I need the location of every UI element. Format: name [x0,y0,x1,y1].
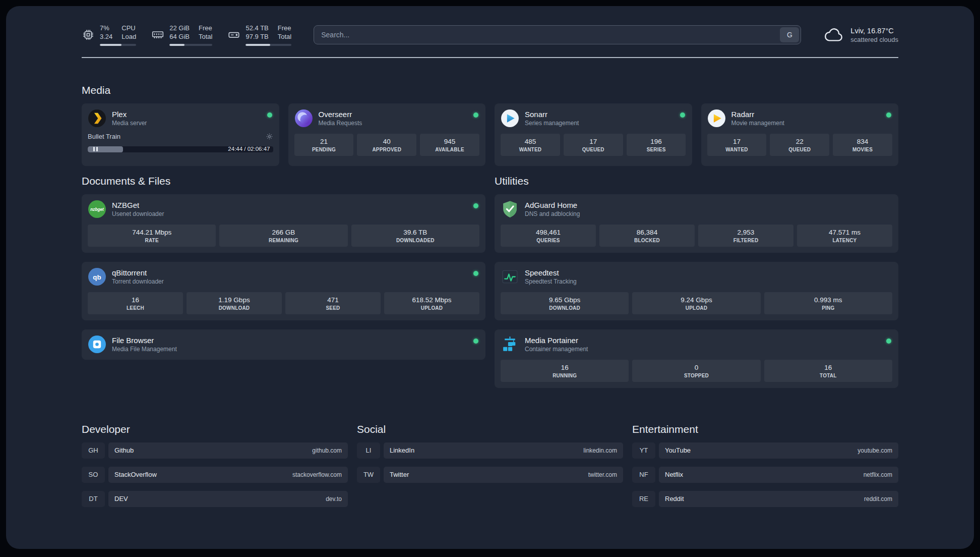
disk-icon [227,28,240,41]
service-name: File Browser [112,336,177,345]
stat-block-download: 9.65 GbpsDOWNLOAD [501,292,629,314]
bookmark-group-title: Developer [82,423,348,435]
resource-value: 64 GiB [169,33,190,41]
bookmark-name: Twitter [390,471,409,478]
service-card-adguard-home[interactable]: AdGuard HomeDNS and adblocking498,461QUE… [495,194,898,253]
stat-block-upload: 618.52 MbpsUPLOAD [384,292,479,314]
stat-label: UPLOAD [386,305,477,311]
stat-block-queries: 498,461QUERIES [501,225,596,247]
stat-value: 16 [90,296,181,304]
service-card-file-browser[interactable]: File BrowserMedia File Management [82,329,485,360]
adguard-icon [501,200,519,218]
status-dot [886,113,891,118]
service-card-overseerr[interactable]: OverseerrMedia Requests21PENDING40APPROV… [288,103,486,166]
search-bar: G [314,25,801,44]
stat-label: BLOCKED [601,238,693,243]
bookmark-stackoverflow[interactable]: SOStackOverflowstackoverflow.com [82,467,348,483]
weather-widget: Lviv, 16.87°C scattered clouds [823,24,898,45]
stat-label: RUNNING [503,373,627,378]
bookmark-name: YouTube [665,447,691,454]
search-input[interactable] [314,25,801,44]
bookmark-abbr: YT [632,442,655,459]
stat-label: MOVIES [835,147,890,152]
bookmark-abbr: LI [357,442,380,459]
documents-stack: nzbgetNZBGetUsenet downloader744.21 Mbps… [82,194,485,360]
bookmark-rows: LILinkedInlinkedin.comTWTwittertwitter.c… [357,442,623,483]
stat-block-queued: 17QUEUED [564,134,623,156]
service-card-radarr[interactable]: RadarrMovie management17WANTED22QUEUED83… [701,103,899,166]
stat-value: 618.52 Mbps [386,296,477,304]
bookmark-abbr: SO [82,467,105,483]
search-provider-button[interactable]: G [780,27,799,42]
stat-label: LATENCY [799,238,890,243]
stat-label: QUEUED [566,147,621,152]
bookmark-abbr: NF [632,467,655,483]
service-card-speedtest[interactable]: SpeedtestSpeedtest Tracking9.65 GbpsDOWN… [495,262,898,320]
stat-block-ping: 0.993 msPING [764,292,892,314]
stat-block-leech: 16LEECH [88,292,183,314]
now-playing-title: Bullet Train [88,133,120,140]
bookmark-twitter[interactable]: TWTwittertwitter.com [357,467,623,483]
service-card-nzbget[interactable]: nzbgetNZBGetUsenet downloader744.21 Mbps… [82,194,485,253]
stat-value: 945 [422,138,477,145]
stat-label: SERIES [629,147,684,152]
stat-label: PING [766,305,890,311]
bookmark-name: LinkedIn [390,447,414,454]
bookmark-url: reddit.com [864,495,892,503]
service-name: AdGuard Home [525,201,580,209]
stat-label: RATE [90,238,214,243]
resource-label: Free [278,24,291,33]
resource-value: 7% [100,24,112,33]
topbar-divider [82,57,898,58]
bookmark-netflix[interactable]: NFNetflixnetflix.com [632,467,898,483]
bookmark-url: linkedin.com [583,447,617,454]
stat-value: 0 [634,364,758,371]
stat-block-seed: 471SEED [285,292,381,314]
stat-label: DOWNLOAD [189,305,280,311]
portainer-icon [501,335,519,354]
service-name: NZBGet [112,201,164,209]
stat-label: STOPPED [634,373,758,378]
service-card-plex[interactable]: PlexMedia serverBullet Train24:44 / 02:0… [82,103,279,166]
resource-widget-disk: 52.4 TBFree97.9 TBTotal [227,24,291,46]
service-card-media-portainer[interactable]: Media PortainerContainer management16RUN… [495,329,898,388]
stats-row: 744.21 MbpsRATE266 GBREMAINING39.6 TBDOW… [88,225,479,247]
gear-icon[interactable] [266,133,273,140]
stat-value: 9.65 Gbps [503,296,627,304]
resource-value: 97.9 TB [246,33,268,41]
bookmark-url: twitter.com [588,471,617,478]
resource-value: 22 GiB [169,24,190,33]
stats-row: 21PENDING40APPROVED945AVAILABLE [294,134,480,156]
status-dot [886,339,891,344]
service-name: Overseerr [319,110,362,119]
stats-row: 16LEECH1.19 GbpsDOWNLOAD471SEED618.52 Mb… [88,292,479,314]
bookmark-group-developer: Developer GHGithubgithub.comSOStackOverf… [82,423,348,507]
status-dot [473,113,478,118]
bookmark-group-title: Social [357,423,623,435]
stats-row: 485WANTED17QUEUED196SERIES [501,134,686,156]
cpu-icon [82,28,95,41]
bookmark-github[interactable]: GHGithubgithub.com [82,442,348,459]
pause-button[interactable] [89,147,102,152]
status-dot [680,113,685,118]
bookmark-rows: YTYouTubeyoutube.comNFNetflixnetflix.com… [632,442,898,507]
bookmark-dev[interactable]: DTDEVdev.to [82,491,348,507]
service-card-qbittorrent[interactable]: qbqBittorrentTorrent downloader16LEECH1.… [82,262,485,320]
bookmark-linkedin[interactable]: LILinkedInlinkedin.com [357,442,623,459]
bookmark-url: youtube.com [858,447,892,454]
stat-block-wanted: 485WANTED [501,134,560,156]
service-subtitle: Usenet downloader [112,210,164,217]
bookmark-reddit[interactable]: RERedditreddit.com [632,491,898,507]
service-subtitle: Movie management [731,120,784,127]
stat-value: 471 [287,296,379,304]
service-subtitle: Media File Management [112,346,177,353]
dashboard-window: 7%CPU3.24Load22 GiBFree64 GiBTotal52.4 T… [6,6,974,549]
service-card-sonarr[interactable]: SonarrSeries management485WANTED17QUEUED… [495,103,692,166]
stat-block-series: 196SERIES [627,134,686,156]
stat-value: 834 [835,138,890,145]
stat-block-available: 945AVAILABLE [420,134,479,156]
resource-label: Load [121,33,136,41]
bookmark-youtube[interactable]: YTYouTubeyoutube.com [632,442,898,459]
stat-value: 266 GB [221,229,345,236]
service-name: Sonarr [525,110,579,119]
